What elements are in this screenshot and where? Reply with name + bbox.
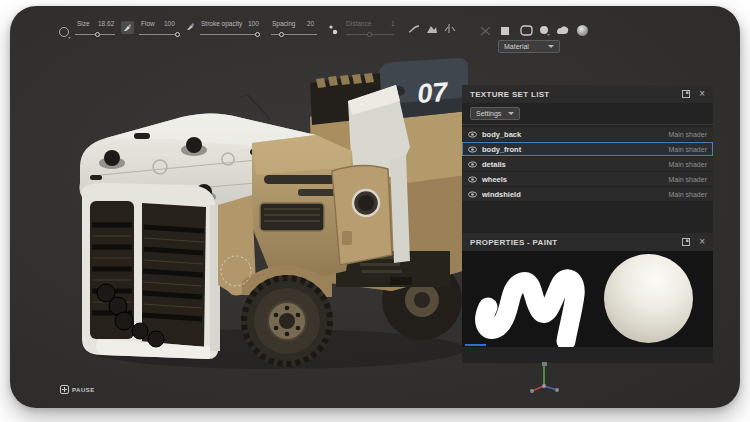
alignment-icon[interactable] bbox=[426, 23, 438, 34]
texture-set-row-body_front[interactable]: body_front Main shader bbox=[462, 142, 713, 156]
brush-icon-2[interactable] bbox=[186, 22, 195, 31]
stroke-opacity-label: Stroke opacity bbox=[201, 20, 242, 27]
texture-set-shader: Main shader bbox=[668, 161, 707, 168]
brush-stroke-preview bbox=[466, 251, 596, 347]
texture-set-shader: Main shader bbox=[668, 146, 707, 153]
stroke-dots-icon[interactable] bbox=[328, 24, 338, 36]
axis-gizmo bbox=[528, 358, 562, 396]
turret-number: 07 bbox=[416, 77, 450, 109]
texture-set-row-body_back[interactable]: body_back Main shader bbox=[462, 127, 713, 141]
viewport-3d-model[interactable]: 07 bbox=[60, 55, 470, 370]
scrollbar-accent[interactable] bbox=[465, 344, 486, 347]
brush-preview-icon[interactable] bbox=[58, 26, 72, 40]
symmetry-icon[interactable] bbox=[444, 23, 456, 34]
popout-icon[interactable] bbox=[682, 90, 690, 98]
material-preview-sphere bbox=[604, 254, 693, 343]
chevron-down-icon bbox=[548, 45, 554, 48]
size-slider[interactable] bbox=[75, 34, 115, 35]
visibility-eye-icon[interactable] bbox=[468, 130, 477, 139]
app-window: 07 bbox=[10, 6, 740, 408]
texture-set-toolbar: Settings bbox=[462, 103, 713, 125]
size-value[interactable]: 18.62 bbox=[98, 20, 114, 27]
visibility-eye-icon[interactable] bbox=[468, 145, 477, 154]
settings-dropdown-label: Settings bbox=[476, 110, 501, 117]
texture-set-shader: Main shader bbox=[668, 176, 707, 183]
texture-set-row-windshield[interactable]: windshield Main shader bbox=[462, 187, 713, 201]
pause-indicator[interactable]: PAUSE bbox=[60, 385, 95, 394]
texture-set-row-wheels[interactable]: wheels Main shader bbox=[462, 172, 713, 186]
chevron-down-icon bbox=[508, 112, 514, 115]
properties-panel-header[interactable]: PROPERTIES - PAINT × bbox=[462, 233, 713, 251]
texture-set-list-panel: TEXTURE SET LIST × Settings body_back bbox=[462, 85, 713, 233]
settings-dropdown[interactable]: Settings bbox=[470, 107, 520, 120]
texture-set-name: body_back bbox=[482, 130, 668, 139]
texture-set-shader: Main shader bbox=[668, 131, 707, 138]
popout-icon[interactable] bbox=[682, 238, 690, 246]
pause-label: PAUSE bbox=[72, 387, 95, 393]
falloff-curve-icon[interactable] bbox=[408, 24, 420, 34]
brush-preview-area[interactable] bbox=[462, 251, 713, 347]
texture-set-shader: Main shader bbox=[668, 191, 707, 198]
distance-slider bbox=[346, 34, 394, 35]
close-icon[interactable]: × bbox=[699, 237, 705, 247]
visibility-eye-icon[interactable] bbox=[468, 190, 477, 199]
square-stamp-icon[interactable] bbox=[500, 26, 510, 36]
pause-icon bbox=[60, 385, 69, 394]
texture-set-name: details bbox=[482, 160, 668, 169]
distance-value: 1 bbox=[391, 20, 395, 27]
front-wheel bbox=[241, 275, 333, 367]
cab-door bbox=[332, 165, 392, 265]
spacing-label: Spacing bbox=[272, 20, 296, 27]
texture-set-rows: body_back Main shader body_front Main sh… bbox=[462, 125, 713, 201]
distance-label: Distance bbox=[346, 20, 371, 27]
front-grille-right bbox=[140, 203, 206, 347]
properties-paint-panel: PROPERTIES - PAINT × bbox=[462, 233, 713, 363]
material-sphere-icon[interactable] bbox=[576, 24, 589, 37]
circle-brush-icon[interactable] bbox=[539, 25, 550, 36]
rounded-stamp-icon[interactable] bbox=[520, 25, 533, 36]
texture-set-name: windshield bbox=[482, 190, 668, 199]
stroke-opacity-value[interactable]: 100 bbox=[248, 20, 259, 27]
texture-set-name: wheels bbox=[482, 175, 668, 184]
size-label: Size bbox=[77, 20, 90, 27]
lazy-mouse-icon[interactable] bbox=[480, 26, 491, 36]
material-dropdown[interactable]: Material bbox=[498, 40, 560, 53]
material-dropdown-value: Material bbox=[504, 43, 529, 50]
texture-set-row-details[interactable]: details Main shader bbox=[462, 157, 713, 171]
flow-value[interactable]: 100 bbox=[164, 20, 175, 27]
mirror-stick bbox=[240, 95, 270, 119]
brush-alpha-button[interactable] bbox=[121, 21, 134, 34]
stroke-opacity-slider[interactable] bbox=[200, 34, 260, 35]
brush-icon bbox=[123, 23, 132, 32]
texture-set-name: body_front bbox=[482, 145, 668, 154]
visibility-eye-icon[interactable] bbox=[468, 175, 477, 184]
visibility-eye-icon[interactable] bbox=[468, 160, 477, 169]
spacing-value[interactable]: 20 bbox=[307, 20, 314, 27]
flow-label: Flow bbox=[141, 20, 155, 27]
panel-title: PROPERTIES - PAINT bbox=[470, 238, 682, 247]
flow-slider[interactable] bbox=[139, 34, 179, 35]
blob-brush-icon[interactable] bbox=[555, 25, 569, 36]
close-icon[interactable]: × bbox=[699, 89, 705, 99]
panel-title: TEXTURE SET LIST bbox=[470, 90, 682, 99]
texture-set-list-header[interactable]: TEXTURE SET LIST × bbox=[462, 85, 713, 103]
spacing-slider[interactable] bbox=[271, 34, 317, 35]
